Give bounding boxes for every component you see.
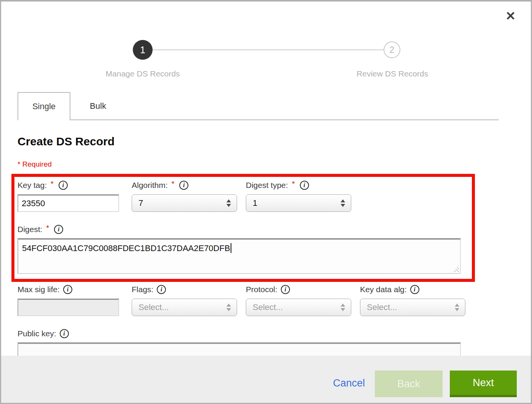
key-data-alg-select-value: Select... [367, 302, 455, 312]
info-icon[interactable]: i [63, 285, 72, 294]
algorithm-label-text: Algorithm: [132, 181, 168, 190]
key-tag-label-text: Key tag: [18, 181, 47, 190]
create-ds-record-modal: ✕ 1 2 Manage DS Records Review DS Record… [0, 0, 532, 404]
algorithm-select[interactable]: 7 [132, 194, 237, 212]
info-icon[interactable]: i [281, 285, 290, 294]
next-button[interactable]: Next [450, 371, 517, 397]
flags-select[interactable]: Select... [132, 299, 237, 316]
key-data-alg-select[interactable]: Select... [360, 299, 465, 316]
digest-type-label-text: Digest type: [246, 181, 288, 190]
max-sig-life-input[interactable] [18, 299, 119, 316]
info-icon[interactable]: i [300, 181, 309, 190]
select-arrows-icon [341, 199, 345, 207]
digest-type-label: Digest type: * i [246, 180, 309, 191]
select-arrows-icon [341, 304, 345, 311]
required-asterisk: * [292, 180, 295, 188]
public-key-label: Public key: i [18, 328, 69, 339]
stepper-connector-line [143, 49, 392, 50]
key-data-alg-label-text: Key data alg: [360, 285, 407, 294]
digest-type-select[interactable]: 1 [246, 194, 351, 212]
max-sig-life-label-text: Max sig life: [18, 285, 60, 294]
stepper-step-2-label: Review DS Records [331, 69, 453, 78]
info-icon[interactable]: i [59, 181, 68, 190]
digest-value: 54FCF030AA1C79C0088FDEC1BD1C37DAA2E70DFB [22, 243, 230, 253]
protocol-label: Protocol: i [246, 284, 290, 295]
digest-label: Digest: * i [18, 224, 63, 235]
key-tag-input[interactable]: 23550 [18, 194, 119, 212]
protocol-label-text: Protocol: [246, 285, 277, 294]
required-note: * Required [18, 160, 52, 169]
required-asterisk: * [46, 224, 49, 232]
page-title: Create DS Record [18, 135, 115, 148]
digest-textarea[interactable]: 54FCF030AA1C79C0088FDEC1BD1C37DAA2E70DFB [18, 238, 461, 274]
resize-grip-icon[interactable] [452, 266, 459, 272]
select-arrows-icon [226, 199, 231, 207]
select-arrows-icon [455, 304, 459, 311]
key-data-alg-label: Key data alg: i [360, 284, 419, 295]
stepper-step-1-circle: 1 [133, 40, 153, 60]
stepper-step-1-label: Manage DS Records [82, 69, 204, 78]
info-icon[interactable]: i [54, 225, 63, 234]
required-asterisk: * [172, 180, 175, 188]
digest-type-select-value: 1 [253, 198, 341, 208]
info-icon[interactable]: i [179, 181, 188, 190]
max-sig-life-label: Max sig life: i [18, 284, 72, 295]
public-key-label-text: Public key: [18, 329, 56, 338]
text-caret [231, 243, 231, 253]
tab-divider-line [70, 119, 499, 120]
flags-label-text: Flags: [132, 285, 153, 294]
select-arrows-icon [226, 304, 231, 311]
digest-label-text: Digest: [18, 225, 42, 234]
cancel-button[interactable]: Cancel [333, 377, 365, 389]
protocol-select-value: Select... [253, 302, 341, 312]
stepper-step-2-circle: 2 [384, 41, 400, 58]
info-icon[interactable]: i [410, 285, 419, 294]
required-asterisk: * [51, 180, 54, 188]
info-icon[interactable]: i [60, 329, 69, 338]
algorithm-select-value: 7 [139, 198, 226, 208]
algorithm-label: Algorithm: * i [132, 180, 188, 191]
back-button[interactable]: Back [375, 371, 443, 397]
protocol-select[interactable]: Select... [246, 299, 351, 316]
flags-select-value: Select... [139, 302, 226, 312]
tab-bulk[interactable]: Bulk [74, 92, 122, 120]
close-icon[interactable]: ✕ [505, 10, 516, 22]
info-icon[interactable]: i [157, 285, 166, 294]
tab-single[interactable]: Single [18, 92, 70, 120]
key-tag-label: Key tag: * i [18, 180, 68, 191]
flags-label: Flags: i [132, 284, 166, 295]
